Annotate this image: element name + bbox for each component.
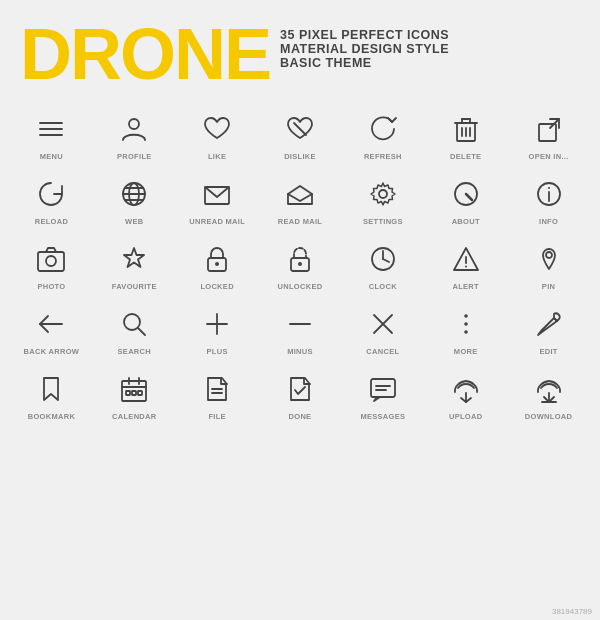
svg-rect-27 xyxy=(38,252,64,271)
icon-cell-calendar: CALENDAR xyxy=(93,362,176,427)
icon-cell-edit: EDIT xyxy=(507,297,590,362)
icon-cell-pin: PIN xyxy=(507,232,590,297)
svg-marker-29 xyxy=(124,248,144,267)
photo-icon xyxy=(32,240,70,278)
icon-cell-read-mail: READ MAIL xyxy=(259,167,342,232)
icon-cell-open-in: OPEN IN... xyxy=(507,102,590,167)
brand-title: DRONE xyxy=(20,18,270,90)
icons-grid: MENU PROFILE LIKE DISLIKE xyxy=(0,98,600,431)
icon-cell-info: INFO xyxy=(507,167,590,232)
svg-point-21 xyxy=(379,190,387,198)
icon-cell-about: ABOUT xyxy=(424,167,507,232)
page-header: DRONE 35 PIXEL PERFECT ICONS MATERIAL DE… xyxy=(0,0,600,98)
svg-point-26 xyxy=(548,187,550,189)
svg-point-49 xyxy=(464,314,468,318)
svg-rect-61 xyxy=(371,379,395,397)
icon-cell-profile: PROFILE xyxy=(93,102,176,167)
svg-line-43 xyxy=(138,328,145,335)
unread-mail-icon xyxy=(198,175,236,213)
icon-cell-menu: MENU xyxy=(10,102,93,167)
svg-rect-58 xyxy=(138,391,142,395)
plus-icon xyxy=(198,305,236,343)
search-icon xyxy=(115,305,153,343)
svg-rect-13 xyxy=(539,124,556,141)
icon-cell-upload: UPLOAD xyxy=(424,362,507,427)
minus-icon xyxy=(281,305,319,343)
menu-icon xyxy=(32,110,70,148)
svg-point-31 xyxy=(215,262,219,266)
web-icon xyxy=(115,175,153,213)
settings-icon xyxy=(364,175,402,213)
back-arrow-icon xyxy=(32,305,70,343)
icon-cell-cancel: CANCEL xyxy=(341,297,424,362)
delete-icon xyxy=(447,110,485,148)
svg-rect-56 xyxy=(126,391,130,395)
clock-icon xyxy=(364,240,402,278)
icon-cell-clock: CLOCK xyxy=(341,232,424,297)
icon-cell-delete: DELETE xyxy=(424,102,507,167)
icon-cell-favourite: FAVOURITE xyxy=(93,232,176,297)
about-icon xyxy=(447,175,485,213)
refresh-icon xyxy=(364,110,402,148)
pin-icon xyxy=(530,240,568,278)
icon-cell-photo: PHOTO xyxy=(10,232,93,297)
messages-icon xyxy=(364,370,402,408)
header-description: 35 PIXEL PERFECT ICONS MATERIAL DESIGN S… xyxy=(280,18,449,70)
icon-cell-refresh: REFRESH xyxy=(341,102,424,167)
svg-line-4 xyxy=(294,123,306,135)
calendar-icon xyxy=(115,370,153,408)
svg-line-36 xyxy=(383,259,389,262)
alert-icon xyxy=(447,240,485,278)
edit-icon xyxy=(530,305,568,343)
icon-cell-plus: PLUS xyxy=(176,297,259,362)
upload-icon xyxy=(447,370,485,408)
locked-icon xyxy=(198,240,236,278)
cancel-icon xyxy=(364,305,402,343)
svg-point-39 xyxy=(465,266,467,268)
icon-cell-unlocked: UNLOCKED xyxy=(259,232,342,297)
svg-point-51 xyxy=(464,330,468,334)
icon-cell-like: LIKE xyxy=(176,102,259,167)
unlocked-icon xyxy=(281,240,319,278)
icon-cell-bookmark: BOOKMARK xyxy=(10,362,93,427)
done-icon xyxy=(281,370,319,408)
svg-point-33 xyxy=(298,262,302,266)
profile-icon xyxy=(115,110,153,148)
icon-cell-search: SEARCH xyxy=(93,297,176,362)
info-icon xyxy=(530,175,568,213)
svg-point-3 xyxy=(129,119,139,129)
read-mail-icon xyxy=(281,175,319,213)
icon-cell-done: DONE xyxy=(259,362,342,427)
icon-cell-messages: MESSAGES xyxy=(341,362,424,427)
svg-line-23 xyxy=(466,194,472,200)
download-icon xyxy=(530,370,568,408)
icon-cell-unread-mail: UNREAD MAIL xyxy=(176,167,259,232)
file-icon xyxy=(198,370,236,408)
icon-cell-more: MORE xyxy=(424,297,507,362)
svg-point-40 xyxy=(546,252,552,258)
icon-cell-dislike: DISLIKE xyxy=(259,102,342,167)
icon-cell-file: FILE xyxy=(176,362,259,427)
reload-icon xyxy=(32,175,70,213)
icon-cell-locked: LOCKED xyxy=(176,232,259,297)
svg-point-50 xyxy=(464,322,468,326)
icon-cell-alert: ALERT xyxy=(424,232,507,297)
watermark-text: 381943789 xyxy=(552,607,592,616)
icon-cell-settings: SETTINGS xyxy=(341,167,424,232)
svg-point-28 xyxy=(46,256,56,266)
icon-cell-reload: RELOAD xyxy=(10,167,93,232)
icon-cell-web: WEB xyxy=(93,167,176,232)
icon-cell-download: DOWNLOAD xyxy=(507,362,590,427)
like-icon xyxy=(198,110,236,148)
favourite-icon xyxy=(115,240,153,278)
more-icon xyxy=(447,305,485,343)
dislike-icon xyxy=(281,110,319,148)
icon-cell-back-arrow: BACK ARROW xyxy=(10,297,93,362)
open-in-icon xyxy=(530,110,568,148)
bookmark-icon xyxy=(32,370,70,408)
svg-rect-57 xyxy=(132,391,136,395)
icon-cell-minus: MINUS xyxy=(259,297,342,362)
